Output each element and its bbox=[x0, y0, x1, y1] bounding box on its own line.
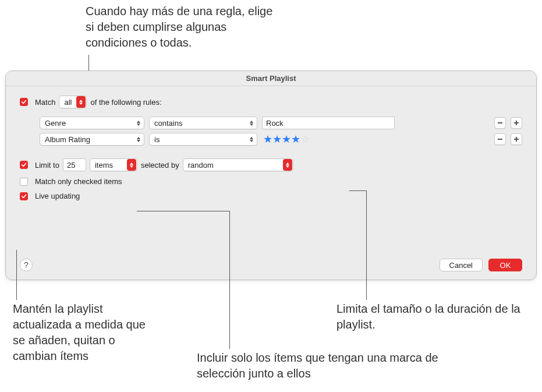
add-rule-button[interactable] bbox=[511, 117, 522, 129]
match-mode-popup[interactable]: all bbox=[59, 96, 87, 108]
rule-value-input[interactable]: Rock bbox=[262, 116, 395, 129]
star-icon: ★ bbox=[282, 134, 291, 144]
svg-rect-0 bbox=[498, 122, 502, 123]
stepper-arrows-icon bbox=[134, 117, 143, 129]
rule-condition-popup[interactable]: is bbox=[149, 133, 257, 146]
rules-list: Genre contains Rock bbox=[40, 116, 522, 146]
remove-rule-button[interactable] bbox=[494, 133, 506, 145]
limit-checkbox[interactable] bbox=[20, 161, 28, 169]
callout-match-mode: Cuando hay más de una regla, elige si de… bbox=[86, 3, 278, 51]
rule-attribute-popup[interactable]: Genre bbox=[40, 116, 144, 129]
match-only-checked-label: Match only checked items bbox=[35, 177, 122, 186]
rule-row: Genre contains Rock bbox=[40, 116, 522, 129]
help-button[interactable]: ? bbox=[20, 259, 33, 271]
rule-condition-popup[interactable]: contains bbox=[149, 116, 257, 129]
stepper-arrows-icon bbox=[247, 117, 256, 129]
rule-value-stars[interactable]: ★ ★ ★ ★ ☆ bbox=[262, 133, 395, 146]
stepper-arrows-icon bbox=[76, 96, 86, 108]
minus-icon bbox=[497, 136, 503, 142]
minus-icon bbox=[497, 120, 503, 126]
rule-row: Album Rating is ★ ★ ★ ★ bbox=[40, 133, 522, 146]
stepper-arrows-icon bbox=[127, 159, 136, 171]
limit-unit-popup[interactable]: items bbox=[90, 158, 137, 171]
svg-rect-3 bbox=[498, 139, 502, 140]
dialog-title: Smart Playlist bbox=[6, 71, 536, 86]
svg-rect-2 bbox=[514, 122, 519, 123]
remove-rule-button[interactable] bbox=[494, 117, 506, 129]
plus-icon bbox=[513, 120, 519, 126]
callout-line bbox=[366, 190, 367, 300]
rule-attribute-popup[interactable]: Album Rating bbox=[40, 133, 144, 146]
callout-line bbox=[16, 250, 17, 300]
match-mode-value: all bbox=[64, 98, 75, 107]
cancel-button[interactable]: Cancel bbox=[440, 259, 483, 271]
match-only-checked-checkbox[interactable] bbox=[20, 178, 28, 186]
limit-amount-input[interactable]: 25 bbox=[63, 158, 86, 171]
rule-attribute-value: Genre bbox=[45, 119, 133, 128]
live-updating-label: Live updating bbox=[35, 192, 80, 200]
limit-unit-value: items bbox=[95, 161, 126, 169]
ok-button[interactable]: OK bbox=[488, 259, 522, 271]
callout-live-updating: Mantén la playlist actualizada a medida … bbox=[13, 301, 158, 364]
dialog-footer: ? Cancel OK bbox=[20, 259, 522, 271]
rule-condition-value: is bbox=[154, 135, 246, 144]
plus-icon bbox=[513, 136, 519, 142]
star-icon: ★ bbox=[291, 134, 300, 144]
star-icon: ★ bbox=[272, 134, 282, 144]
callout-line bbox=[229, 211, 230, 349]
stepper-arrows-icon bbox=[247, 133, 256, 145]
stepper-arrows-icon bbox=[283, 159, 292, 171]
limit-selection-value: random bbox=[188, 161, 282, 169]
smart-playlist-dialog: Smart Playlist Match all of the followin… bbox=[5, 70, 537, 280]
match-row: Match all of the following rules: bbox=[20, 96, 522, 108]
stepper-arrows-icon bbox=[134, 133, 143, 145]
limit-selection-popup[interactable]: random bbox=[183, 158, 293, 171]
match-suffix-label: of the following rules: bbox=[90, 98, 161, 107]
live-updating-row: Live updating bbox=[20, 192, 522, 200]
svg-rect-5 bbox=[514, 139, 519, 140]
rule-condition-value: contains bbox=[154, 119, 246, 128]
callout-match-only-checked: Incluir solo los ítems que tengan una ma… bbox=[197, 350, 447, 382]
match-prefix-label: Match bbox=[35, 98, 55, 107]
rule-attribute-value: Album Rating bbox=[45, 135, 133, 144]
live-updating-checkbox[interactable] bbox=[20, 192, 28, 200]
callout-line bbox=[349, 190, 367, 191]
add-rule-button[interactable] bbox=[511, 133, 522, 145]
star-icon: ★ bbox=[263, 134, 272, 144]
selected-by-label: selected by bbox=[141, 161, 179, 169]
match-only-checked-row: Match only checked items bbox=[20, 177, 522, 186]
callout-line bbox=[137, 211, 230, 211]
limit-row: Limit to 25 items selected by random bbox=[20, 158, 522, 171]
match-checkbox[interactable] bbox=[20, 98, 28, 106]
star-icon: ☆ bbox=[300, 134, 310, 144]
limit-prefix-label: Limit to bbox=[35, 161, 59, 169]
callout-limit: Limita el tamaño o la duración de la pla… bbox=[336, 301, 529, 333]
